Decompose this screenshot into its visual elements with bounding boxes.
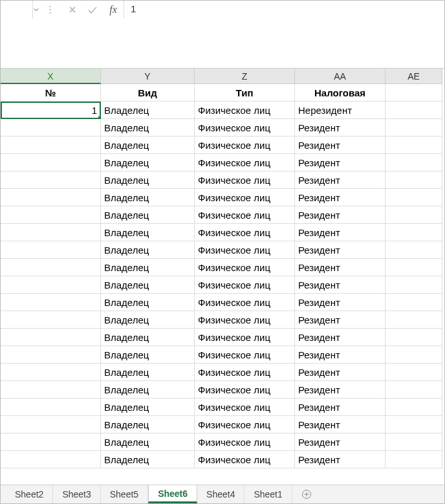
cell-empty[interactable] [385, 206, 442, 224]
cell-vid[interactable]: Владелец [101, 241, 195, 259]
header-cell[interactable]: Налоговая [295, 84, 385, 102]
cell-vid[interactable]: Владелец [101, 364, 195, 381]
cell-empty[interactable] [385, 276, 442, 294]
cell-tip[interactable]: Физическое лиц [195, 276, 295, 294]
cell-nal[interactable]: Резидент [295, 346, 385, 364]
cell-empty[interactable] [385, 399, 442, 416]
cell-vid[interactable]: Владелец [101, 416, 195, 433]
cell-tip[interactable]: Физическое лиц [195, 102, 295, 119]
sheet-tab[interactable]: Sheet6 [148, 485, 197, 503]
cell-empty[interactable] [385, 311, 442, 329]
cell-no[interactable] [1, 189, 101, 206]
cell-tip[interactable]: Физическое лиц [195, 433, 295, 451]
cell-empty[interactable] [385, 451, 442, 468]
cell-vid[interactable]: Владелец [101, 433, 195, 451]
cell-vid[interactable]: Владелец [101, 154, 195, 171]
cell-nal[interactable]: Резидент [295, 119, 385, 137]
cell-empty[interactable] [385, 154, 442, 171]
cell-nal[interactable]: Резидент [295, 381, 385, 399]
cell-no[interactable] [1, 294, 101, 311]
cell-nal[interactable]: Резидент [295, 224, 385, 241]
cell-tip[interactable]: Физическое лиц [195, 189, 295, 206]
cell-vid[interactable]: Владелец [101, 346, 195, 364]
add-sheet-button[interactable] [292, 485, 321, 503]
cell-no[interactable] [1, 171, 101, 189]
fx-icon[interactable]: fx [107, 4, 120, 16]
cell-no[interactable] [1, 154, 101, 171]
cell-vid[interactable]: Владелец [101, 381, 195, 399]
cell-vid[interactable]: Владелец [101, 276, 195, 294]
cell-no[interactable] [1, 451, 101, 468]
cell-vid[interactable]: Владелец [101, 224, 195, 241]
cell-nal[interactable]: Резидент [295, 137, 385, 154]
cell-nal[interactable]: Резидент [295, 329, 385, 346]
cell-empty[interactable] [385, 433, 442, 451]
cell-tip[interactable]: Физическое лиц [195, 451, 295, 468]
cell-vid[interactable]: Владелец [101, 311, 195, 329]
more-icon[interactable] [49, 5, 61, 15]
col-header-z[interactable]: Z [195, 69, 295, 84]
sheet-tab[interactable]: Sheet5 [101, 485, 148, 503]
cell-tip[interactable]: Физическое лиц [195, 294, 295, 311]
cell-nal[interactable]: Резидент [295, 433, 385, 451]
cell-nal[interactable]: Резидент [295, 311, 385, 329]
cell-no[interactable] [1, 364, 101, 381]
cell-tip[interactable]: Физическое лиц [195, 224, 295, 241]
cell-no[interactable] [1, 416, 101, 433]
cell-no[interactable] [1, 311, 101, 329]
cell-tip[interactable]: Физическое лиц [195, 171, 295, 189]
cell-empty[interactable] [385, 294, 442, 311]
header-cell[interactable]: Тип [195, 84, 295, 102]
cell-no[interactable] [1, 137, 101, 154]
cell-tip[interactable]: Физическое лиц [195, 241, 295, 259]
name-box[interactable] [1, 1, 33, 19]
cell-nal[interactable]: Резидент [295, 171, 385, 189]
cell-tip[interactable]: Физическое лиц [195, 154, 295, 171]
cell-tip[interactable]: Физическое лиц [195, 364, 295, 381]
cell-no[interactable] [1, 241, 101, 259]
cell-no[interactable] [1, 259, 101, 276]
cell-tip[interactable]: Физическое лиц [195, 346, 295, 364]
cell-empty[interactable] [385, 189, 442, 206]
enter-icon[interactable] [87, 5, 100, 14]
cell-tip[interactable]: Физическое лиц [195, 137, 295, 154]
header-cell[interactable]: № [1, 84, 101, 102]
cell-vid[interactable]: Владелец [101, 119, 195, 137]
formula-input[interactable]: 1 [124, 1, 444, 17]
cell-vid[interactable]: Владелец [101, 189, 195, 206]
cell-vid[interactable]: Владелец [101, 102, 195, 119]
col-header-ae[interactable]: AE [385, 69, 442, 84]
cell-no[interactable] [1, 224, 101, 241]
sheet-tab[interactable]: Sheet3 [53, 485, 100, 503]
cell-vid[interactable]: Владелец [101, 451, 195, 468]
cell-no[interactable] [1, 119, 101, 137]
cell-nal[interactable]: Резидент [295, 294, 385, 311]
col-header-aa[interactable]: AA [295, 69, 385, 84]
cell-nal[interactable]: Резидент [295, 259, 385, 276]
cell-nal[interactable]: Резидент [295, 451, 385, 468]
cell-empty[interactable] [385, 346, 442, 364]
cell-empty[interactable] [385, 381, 442, 399]
cell-nal[interactable]: Резидент [295, 206, 385, 224]
cell-nal[interactable]: Резидент [295, 189, 385, 206]
cell-empty[interactable] [385, 171, 442, 189]
cell-empty[interactable] [385, 329, 442, 346]
cell-tip[interactable]: Физическое лиц [195, 311, 295, 329]
cell-nal[interactable]: Резидент [295, 364, 385, 381]
cell-nal[interactable]: Резидент [295, 154, 385, 171]
cell-nal[interactable]: Резидент [295, 399, 385, 416]
cell-tip[interactable]: Физическое лиц [195, 259, 295, 276]
sheet-tab[interactable]: Sheet1 [244, 485, 292, 503]
cell-vid[interactable]: Владелец [101, 294, 195, 311]
cell-tip[interactable]: Физическое лиц [195, 206, 295, 224]
col-header-y[interactable]: Y [101, 69, 195, 84]
sheet-tab[interactable]: Sheet4 [197, 485, 244, 503]
cell-no[interactable] [1, 276, 101, 294]
cell-vid[interactable]: Владелец [101, 329, 195, 346]
cell-vid[interactable]: Владелец [101, 206, 195, 224]
cell-no[interactable] [1, 381, 101, 399]
col-header-x[interactable]: X [1, 69, 101, 84]
cell-empty[interactable] [385, 259, 442, 276]
cell-tip[interactable]: Физическое лиц [195, 416, 295, 433]
cell-no[interactable] [1, 329, 101, 346]
